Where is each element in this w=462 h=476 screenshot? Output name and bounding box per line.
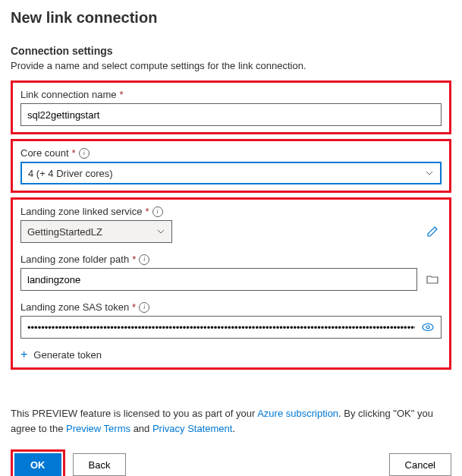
highlight-box-cores: Core count* i 4 (+ 4 Driver cores) <box>11 139 451 193</box>
info-icon[interactable]: i <box>139 302 149 313</box>
folder-icon[interactable] <box>423 270 442 288</box>
preview-note: This PREVIEW feature is licensed to you … <box>11 406 451 436</box>
chevron-down-icon <box>156 227 165 236</box>
info-icon[interactable]: i <box>152 206 163 217</box>
highlight-box-name: Link connection name* <box>11 80 451 134</box>
section-subtitle: Provide a name and select compute settin… <box>11 60 451 71</box>
lz-path-input[interactable] <box>20 268 417 291</box>
lz-service-value: GettingStartedLZ <box>27 226 102 238</box>
required-asterisk: * <box>145 206 149 217</box>
svg-point-0 <box>423 324 433 331</box>
cancel-button[interactable]: Cancel <box>389 453 451 476</box>
preview-terms-link[interactable]: Preview Terms <box>66 423 130 434</box>
chevron-down-icon <box>425 169 434 178</box>
required-asterisk: * <box>119 89 123 100</box>
required-asterisk: * <box>132 254 136 265</box>
ok-button[interactable]: OK <box>14 453 61 476</box>
plus-icon: + <box>20 348 27 361</box>
back-button[interactable]: Back <box>73 453 127 476</box>
link-name-input[interactable] <box>20 103 442 126</box>
section-title: Connection settings <box>11 45 451 57</box>
highlight-box-ok: OK <box>11 449 65 476</box>
lz-service-label: Landing zone linked service* i <box>20 206 442 217</box>
eye-icon[interactable] <box>419 318 437 336</box>
core-count-value: 4 (+ 4 Driver cores) <box>28 168 113 179</box>
generate-token-button[interactable]: + Generate token <box>20 348 442 361</box>
cores-label: Core count* i <box>20 147 442 159</box>
info-icon[interactable]: i <box>79 148 90 159</box>
required-asterisk: * <box>72 147 76 159</box>
lz-service-select[interactable]: GettingStartedLZ <box>20 220 172 243</box>
info-icon[interactable]: i <box>139 254 149 265</box>
azure-subscription-link[interactable]: Azure subscription <box>257 408 338 419</box>
highlight-box-landing-zone: Landing zone linked service* i GettingSt… <box>11 197 451 370</box>
button-row: OK Back Cancel <box>11 449 451 476</box>
page-title: New link connection <box>11 9 451 27</box>
required-asterisk: * <box>132 301 136 313</box>
name-label: Link connection name* <box>20 89 442 100</box>
privacy-statement-link[interactable]: Privacy Statement <box>152 423 233 434</box>
lz-sas-input[interactable] <box>20 316 442 339</box>
core-count-select[interactable]: 4 (+ 4 Driver cores) <box>20 162 442 184</box>
edit-icon[interactable] <box>423 222 442 241</box>
lz-path-label: Landing zone folder path* i <box>20 254 442 265</box>
svg-point-1 <box>426 326 429 329</box>
lz-sas-label: Landing zone SAS token* i <box>20 301 442 313</box>
